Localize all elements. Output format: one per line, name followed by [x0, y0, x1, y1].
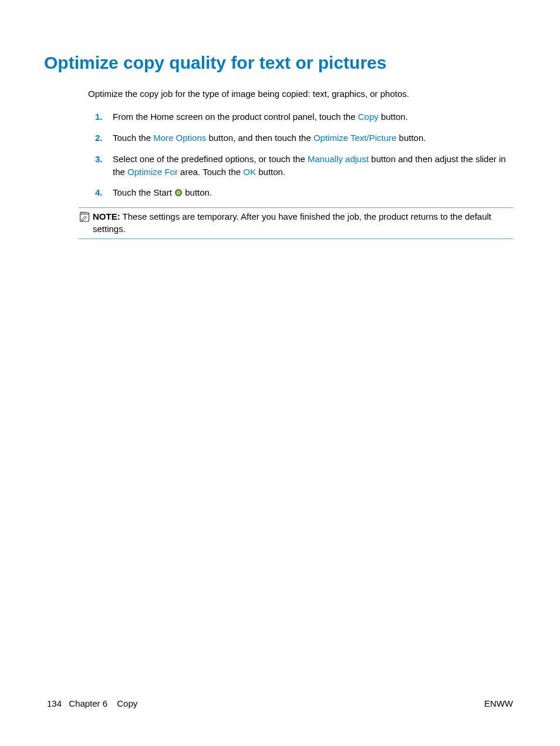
step-item: 3.Select one of the predefined options, …	[99, 153, 513, 179]
footer-page-number: 134	[47, 698, 62, 708]
footer-chapter-label: Chapter 6	[69, 698, 107, 708]
step-number: 2.	[95, 132, 103, 145]
footer-right: ENWW	[484, 698, 513, 708]
ui-reference: Optimize Text/Picture	[313, 133, 396, 143]
step-item: 4.Touch the Start button.	[99, 186, 513, 199]
svg-point-2	[178, 192, 179, 193]
note-block: NOTE: These settings are temporary. Afte…	[79, 207, 513, 239]
note-icon	[79, 211, 90, 223]
ui-reference: Optimize For	[127, 167, 178, 177]
page-footer: 134 Chapter 6 Copy ENWW	[47, 698, 513, 708]
ui-reference: OK	[243, 167, 256, 177]
ui-reference: Manually adjust	[308, 154, 369, 164]
step-number: 1.	[95, 110, 103, 123]
step-item: 1.From the Home screen on the product co…	[99, 110, 513, 123]
note-label: NOTE:	[93, 211, 120, 221]
note-text: These settings are temporary. After you …	[93, 211, 491, 234]
page-heading: Optimize copy quality for text or pictur…	[44, 53, 513, 73]
steps-list: 1.From the Home screen on the product co…	[99, 110, 513, 199]
intro-paragraph: Optimize the copy job for the type of im…	[88, 88, 513, 100]
ui-reference: More Options	[153, 133, 206, 143]
footer-chapter-name: Copy	[117, 698, 137, 708]
step-number: 4.	[95, 186, 103, 199]
document-page: Optimize copy quality for text or pictur…	[0, 0, 560, 746]
start-icon	[174, 187, 183, 196]
step-number: 3.	[95, 153, 103, 166]
step-item: 2.Touch the More Options button, and the…	[99, 132, 513, 145]
ui-reference: Copy	[358, 112, 379, 122]
